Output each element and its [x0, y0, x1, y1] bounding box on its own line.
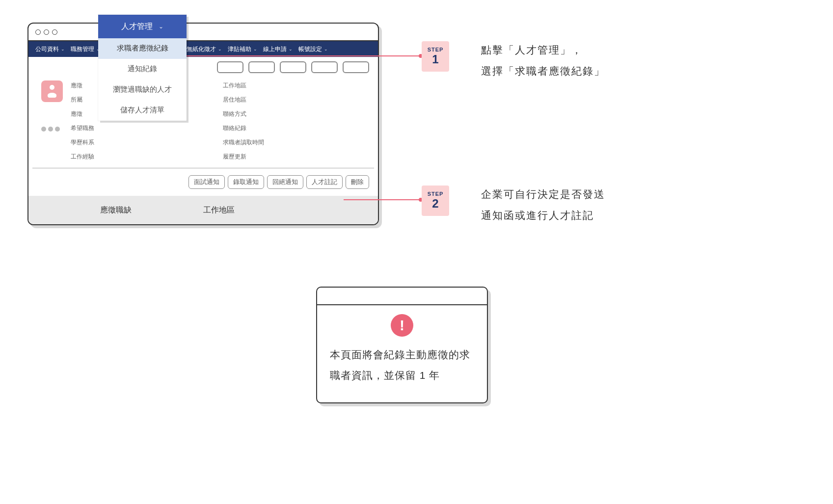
- browser-chrome: [28, 24, 378, 41]
- dropdown-item-notify-log[interactable]: 通知紀錄: [98, 59, 187, 80]
- interview-notice-button[interactable]: 面試通知: [188, 175, 225, 189]
- traffic-light-icon: [44, 29, 49, 35]
- top-nav: 公司資料⌄ 職務管理⌄ 無紙化徵才⌄ 津貼補助⌄ 線上申請⌄ 帳號設定⌄: [28, 41, 378, 57]
- talent-dropdown: 人才管理 ⌄ 求職者應徵紀錄 通知紀錄 瀏覽過職缺的人才 儲存人才清單: [98, 15, 187, 121]
- chevron-down-icon: ⌄: [61, 47, 65, 52]
- summary-left: 應徵職缺: [28, 205, 203, 215]
- notice-text: 本頁面將會紀錄主動應徵的求職者資訊，並保留 1 年: [330, 345, 474, 386]
- accept-notice-button[interactable]: 錄取通知: [228, 175, 264, 189]
- browser-window: 公司資料⌄ 職務管理⌄ 無紙化徵才⌄ 津貼補助⌄ 線上申請⌄ 帳號設定⌄ 應徵 …: [27, 23, 379, 225]
- step-1-text: 點擊「人才管理」， 選擇「求職者應徵紀錄」: [481, 39, 605, 81]
- field-label: 學歷科系: [71, 138, 105, 147]
- step-badge-2: STEP 2: [422, 186, 449, 216]
- filter-box[interactable]: [343, 61, 369, 73]
- chevron-down-icon: ⌄: [159, 23, 163, 30]
- nav-account[interactable]: 帳號設定⌄: [296, 45, 331, 53]
- field-label: 希望職務: [71, 124, 105, 133]
- warning-icon: !: [391, 314, 413, 337]
- chevron-down-icon: ⌄: [253, 47, 257, 52]
- filter-box[interactable]: [311, 61, 338, 73]
- field-label: 工作地區: [223, 81, 264, 90]
- nav-online-apply[interactable]: 線上申請⌄: [260, 45, 296, 53]
- traffic-light-icon: [52, 29, 57, 35]
- step-badge-1: STEP 1: [422, 41, 449, 72]
- nav-subsidy[interactable]: 津貼補助⌄: [225, 45, 260, 53]
- notice-box: ! 本頁面將會紀錄主動應徵的求職者資訊，並保留 1 年: [316, 287, 488, 403]
- notice-header: [317, 288, 487, 305]
- step-2-text: 企業可自行決定是否發送 通知函或進行人才註記: [481, 184, 605, 226]
- field-label: 工作經驗: [71, 153, 105, 161]
- candidate-row: 應徵 所屬 應徵 希望職務 學歷科系 工作經驗 工作地區 居住地區 聯絡方式 聯…: [32, 78, 374, 168]
- filter-box[interactable]: [217, 61, 243, 73]
- talent-note-button[interactable]: 人才註記: [306, 175, 343, 189]
- connector-line: [344, 199, 422, 200]
- field-label: 居住地區: [223, 96, 264, 104]
- person-icon: [41, 80, 63, 102]
- more-icon[interactable]: [41, 127, 60, 132]
- nav-paperless[interactable]: 無紙化徵才⌄: [184, 45, 225, 53]
- traffic-light-icon: [35, 29, 41, 35]
- step-label: STEP: [428, 47, 444, 53]
- dropdown-item-applicants[interactable]: 求職者應徵紀錄: [98, 38, 187, 59]
- connector-line: [187, 55, 422, 56]
- field-label: 聯絡方式: [223, 110, 264, 118]
- summary-row: 應徵職缺 工作地區: [28, 196, 378, 224]
- dropdown-item-browsed[interactable]: 瀏覽過職缺的人才: [98, 80, 187, 100]
- step-number: 2: [432, 197, 438, 211]
- field-label: 求職者讀取時間: [223, 138, 264, 147]
- chevron-down-icon: ⌄: [324, 47, 328, 52]
- chevron-down-icon: ⌄: [289, 47, 293, 52]
- reject-notice-button[interactable]: 回絕通知: [267, 175, 303, 189]
- field-label: 履歷更新: [223, 153, 264, 161]
- field-label: 聯絡紀錄: [223, 124, 264, 133]
- dropdown-item-saved[interactable]: 儲存人才清單: [98, 100, 187, 121]
- step-number: 1: [432, 53, 438, 66]
- dropdown-header[interactable]: 人才管理 ⌄: [98, 15, 187, 38]
- filter-row: [28, 57, 378, 78]
- chevron-down-icon: ⌄: [218, 47, 222, 52]
- nav-company[interactable]: 公司資料⌄: [32, 45, 68, 53]
- filter-box[interactable]: [248, 61, 275, 73]
- step-label: STEP: [428, 191, 444, 197]
- action-row: 面試通知 錄取通知 回絕通知 人才註記 刪除: [28, 168, 378, 196]
- delete-button[interactable]: 刪除: [346, 175, 369, 189]
- summary-right: 工作地區: [203, 205, 235, 215]
- filter-box[interactable]: [280, 61, 306, 73]
